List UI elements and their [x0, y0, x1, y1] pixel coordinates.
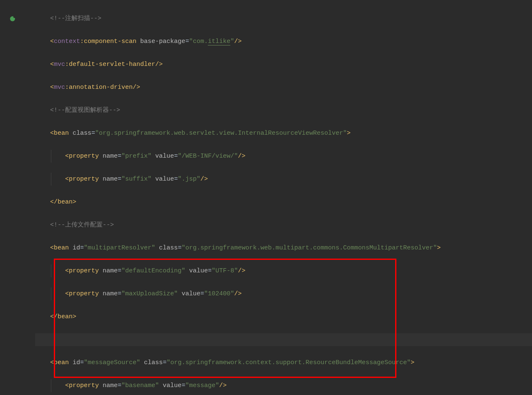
- code-line[interactable]: [35, 333, 532, 346]
- code-line[interactable]: <property name="suffix" value=".jsp"/>: [35, 173, 532, 186]
- xml-comment: <!--注解扫描-->: [50, 15, 101, 22]
- code-line[interactable]: <bean id="multipartResolver" class="org.…: [35, 242, 532, 254]
- code-line[interactable]: <property name="defaultEncoding" value="…: [35, 264, 532, 277]
- code-line[interactable]: <context:component-scan base-package="co…: [35, 35, 532, 48]
- code-line[interactable]: <!--注解扫描-->: [35, 12, 532, 25]
- code-line[interactable]: </bean>: [35, 310, 532, 323]
- code-line[interactable]: </bean>: [35, 196, 532, 209]
- editor-gutter: [0, 0, 35, 395]
- code-line[interactable]: <!--配置视图解析器-->: [35, 104, 532, 117]
- code-line[interactable]: <property name="prefix" value="/WEB-INF/…: [35, 150, 532, 163]
- code-line[interactable]: <bean id="messageSource" class="org.spri…: [35, 356, 532, 369]
- spring-bean-icon[interactable]: [10, 16, 15, 21]
- xml-comment: <!--上传文件配置-->: [50, 221, 114, 229]
- code-line[interactable]: <mvc:default-servlet-handler/>: [35, 58, 532, 71]
- code-area[interactable]: <!--注解扫描--> <context:component-scan base…: [35, 0, 532, 395]
- xml-comment: <!--配置视图解析器-->: [50, 107, 120, 114]
- code-line[interactable]: <!--上传文件配置-->: [35, 219, 532, 231]
- code-line[interactable]: <property name="maxUploadSize" value="10…: [35, 287, 532, 300]
- code-editor[interactable]: <!--注解扫描--> <context:component-scan base…: [0, 0, 532, 395]
- code-line[interactable]: <bean class="org.springframework.web.ser…: [35, 127, 532, 140]
- code-line[interactable]: <mvc:annotation-driven/>: [35, 81, 532, 94]
- code-line[interactable]: <property name="basename" value="message…: [35, 379, 532, 392]
